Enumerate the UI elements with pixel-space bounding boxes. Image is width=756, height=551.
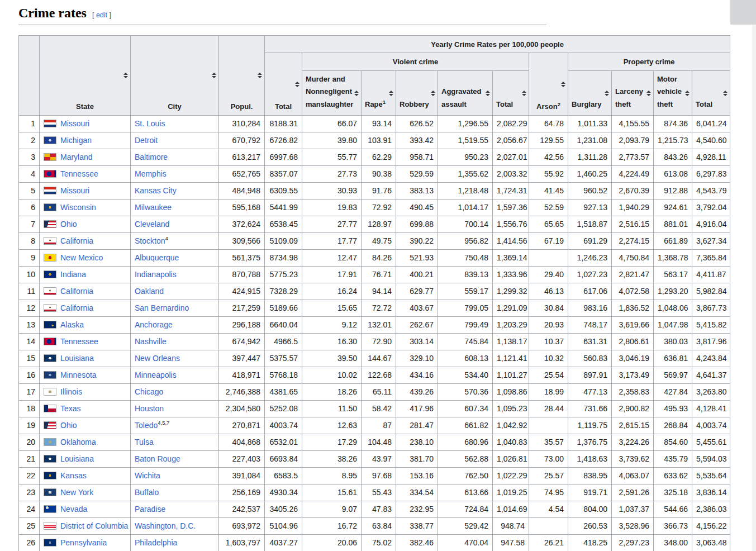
sort-header-state[interactable]: State	[40, 36, 131, 116]
city-link[interactable]: Paradise	[135, 505, 165, 514]
city-link[interactable]: Detroit	[135, 136, 158, 145]
city-link[interactable]: Buffalo	[135, 488, 159, 497]
state-cell: Minnesota	[40, 367, 131, 384]
state-flag-icon[interactable]	[44, 203, 56, 211]
sort-header-population[interactable]: Popul.	[219, 36, 265, 116]
city-link[interactable]: Indianapolis	[135, 270, 177, 279]
city-link[interactable]: Memphis	[135, 169, 167, 178]
table-header: State City Popul. Yearly Crime Rates per…	[19, 36, 730, 116]
sort-header-property-total[interactable]: Total	[692, 71, 730, 116]
state-link[interactable]: Illinois	[60, 387, 82, 396]
city-link[interactable]: Philadelphia	[135, 538, 177, 547]
city-link[interactable]: Cleveland	[135, 220, 169, 229]
sort-header-murder[interactable]: Murder and Nonnegligent manslaughter	[302, 71, 362, 116]
city-link[interactable]: Baton Rouge	[135, 454, 180, 463]
sort-header-city[interactable]: City	[131, 36, 219, 116]
state-flag-icon[interactable]	[44, 321, 56, 329]
scrollbar[interactable]	[730, 0, 756, 25]
state-flag-icon[interactable]	[44, 287, 56, 295]
city-link[interactable]: San Bernardino	[135, 303, 189, 312]
state-flag-icon[interactable]	[44, 354, 56, 362]
state-link[interactable]: California	[60, 236, 93, 245]
state-link[interactable]: Pennsylvania	[60, 538, 107, 547]
state-link[interactable]: Tennessee	[60, 337, 98, 346]
city-link[interactable]: Wichita	[135, 471, 160, 480]
sort-header-larceny-theft[interactable]: Larceny theft	[612, 71, 654, 116]
state-link[interactable]: California	[60, 287, 93, 296]
scrollbar-track[interactable]	[752, 25, 756, 551]
state-flag-icon[interactable]	[44, 220, 56, 228]
state-flag-icon[interactable]	[44, 438, 56, 446]
state-link[interactable]: Missouri	[60, 186, 89, 195]
city-link[interactable]: Stockton	[135, 236, 165, 245]
rank-column-header	[19, 36, 40, 116]
city-link[interactable]: Chicago	[135, 387, 163, 396]
state-link[interactable]: Michigan	[60, 136, 92, 145]
state-flag-icon[interactable]	[44, 304, 56, 312]
city-link[interactable]: Toledo	[135, 421, 158, 430]
state-flag-icon[interactable]	[44, 136, 56, 144]
city-link[interactable]: Kansas City	[135, 186, 177, 195]
state-flag-icon[interactable]	[44, 472, 56, 479]
city-link[interactable]: Nashville	[135, 337, 167, 346]
state-link[interactable]: Kansas	[60, 471, 87, 480]
state-link[interactable]: Louisiana	[60, 454, 94, 463]
table-row: 7 Ohio Cleveland 372,624 6538.45 27.77 1…	[19, 216, 730, 233]
city-link[interactable]: St. Louis	[135, 119, 165, 128]
sort-header-rape[interactable]: Rape1	[362, 71, 396, 116]
state-flag-icon[interactable]	[44, 522, 56, 530]
state-flag-icon[interactable]	[44, 405, 56, 412]
state-link[interactable]: Nevada	[60, 505, 87, 514]
state-link[interactable]: Texas	[60, 404, 81, 413]
sort-header-total[interactable]: Total	[265, 53, 302, 116]
state-flag-icon[interactable]	[44, 488, 56, 496]
state-link[interactable]: California	[60, 303, 93, 312]
state-link[interactable]: Maryland	[60, 153, 93, 162]
sort-header-arson[interactable]: Arson2	[529, 53, 568, 116]
state-flag-icon[interactable]	[44, 539, 56, 547]
city-link[interactable]: Washington, D.C.	[135, 521, 196, 530]
city-link[interactable]: Tulsa	[135, 438, 154, 446]
state-link[interactable]: New Mexico	[60, 253, 103, 262]
state-link[interactable]: Alaska	[60, 320, 84, 329]
state-flag-icon[interactable]	[44, 120, 56, 127]
city-link[interactable]: New Orleans	[135, 354, 180, 363]
city-link[interactable]: Minneapolis	[135, 370, 177, 379]
state-link[interactable]: Wisconsin	[60, 203, 96, 212]
state-link[interactable]: Louisiana	[60, 354, 94, 363]
state-link[interactable]: Missouri	[60, 119, 89, 128]
state-link[interactable]: Ohio	[60, 220, 77, 229]
state-flag-icon[interactable]	[44, 505, 56, 513]
city-link[interactable]: Albuquerque	[135, 253, 179, 262]
state-link[interactable]: New York	[60, 488, 93, 497]
state-flag-icon[interactable]	[44, 270, 56, 278]
city-link[interactable]: Houston	[135, 404, 164, 413]
sort-header-robbery[interactable]: Robbery	[396, 71, 438, 116]
state-flag-icon[interactable]	[44, 237, 56, 245]
state-link[interactable]: Oklahoma	[60, 438, 96, 446]
state-flag-icon[interactable]	[44, 371, 56, 379]
city-link[interactable]: Oakland	[135, 287, 164, 296]
city-link[interactable]: Baltimore	[135, 153, 168, 162]
city-link[interactable]: Milwaukee	[135, 203, 172, 212]
state-link[interactable]: Tennessee	[60, 169, 98, 178]
edit-link[interactable]: edit	[96, 11, 107, 19]
state-flag-icon[interactable]	[44, 388, 56, 396]
state-flag-icon[interactable]	[44, 170, 56, 178]
state-flag-icon[interactable]	[44, 421, 56, 429]
state-flag-icon[interactable]	[44, 153, 56, 161]
aggravated-assault-cell: 956.82	[438, 233, 493, 250]
sort-header-burglary[interactable]: Burglary	[568, 71, 612, 116]
state-flag-icon[interactable]	[44, 187, 56, 194]
sort-header-aggravated-assault[interactable]: Aggravated assault	[438, 71, 493, 116]
sort-header-motor-vehicle-theft[interactable]: Motor vehicle theft	[654, 71, 692, 116]
state-link[interactable]: Minnesota	[60, 370, 97, 379]
state-link[interactable]: Ohio	[60, 421, 77, 430]
city-link[interactable]: Anchorage	[135, 320, 173, 329]
state-link[interactable]: District of Columbia	[60, 521, 128, 530]
state-flag-icon[interactable]	[44, 254, 56, 262]
sort-header-violent-total[interactable]: Total	[493, 71, 529, 116]
state-link[interactable]: Indiana	[60, 270, 86, 279]
state-flag-icon[interactable]	[44, 338, 56, 345]
state-flag-icon[interactable]	[44, 455, 56, 463]
